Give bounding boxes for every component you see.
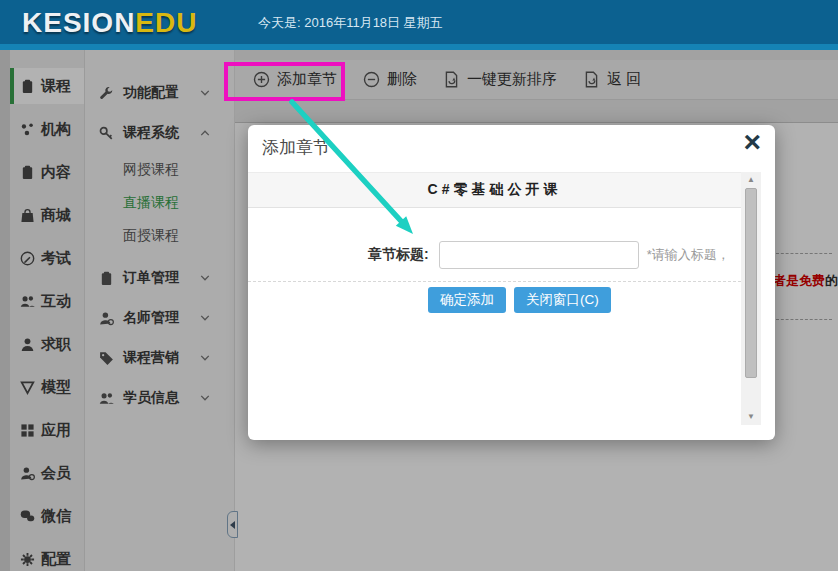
close-icon[interactable]: × bbox=[743, 127, 761, 157]
close-window-button[interactable]: 关闭窗口(C) bbox=[514, 287, 611, 313]
scroll-up-icon[interactable]: ▲ bbox=[741, 172, 761, 188]
scroll-down-icon[interactable]: ▼ bbox=[741, 409, 761, 425]
chapter-title-input[interactable] bbox=[439, 241, 639, 269]
input-hint-text: *请输入标题， bbox=[647, 246, 730, 264]
modal-buttons: 确定添加 关闭窗口(C) bbox=[428, 287, 619, 313]
admin-page: KESIONEDU 今天是: 2016年11月18日 星期五 课程 机构 内容 … bbox=[0, 0, 838, 571]
top-header: KESIONEDU 今天是: 2016年11月18日 星期五 bbox=[0, 0, 838, 44]
confirm-add-button[interactable]: 确定添加 bbox=[428, 287, 506, 313]
chapter-form-row: 章节标题: *请输入标题， bbox=[248, 208, 741, 282]
modal-scrollbar[interactable]: ▲ ▼ bbox=[741, 172, 761, 425]
modal-title: 添加章节 bbox=[262, 136, 330, 159]
course-title-text: C#零基础公开课 bbox=[428, 181, 562, 199]
course-title-band: C#零基础公开课 bbox=[248, 172, 741, 208]
scrollbar-thumb[interactable] bbox=[745, 188, 757, 378]
modal-body: C#零基础公开课 章节标题: *请输入标题， 确定添加 关闭窗口(C) ▲ ▼ bbox=[248, 172, 775, 425]
logo-primary: KESION bbox=[22, 7, 135, 38]
current-date-text: 今天是: 2016年11月18日 星期五 bbox=[258, 14, 443, 32]
kesion-logo: KESIONEDU bbox=[22, 7, 197, 39]
chapter-title-label: 章节标题: bbox=[368, 246, 429, 264]
logo-accent: EDU bbox=[135, 7, 197, 38]
add-chapter-modal: 添加章节 × C#零基础公开课 章节标题: *请输入标题， 确定添加 关闭窗口(… bbox=[248, 125, 775, 440]
